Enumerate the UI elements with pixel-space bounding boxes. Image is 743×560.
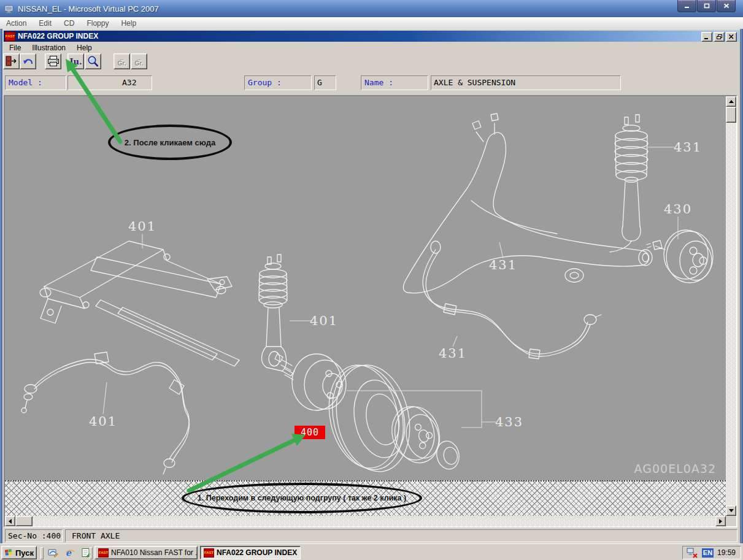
scroll-left-button[interactable] [5,516,15,526]
windows-flag-icon [4,548,13,557]
task-button-nfa010[interactable]: FAST NFA010 Nissan FAST for ... [94,546,198,559]
printer-icon [47,55,60,67]
app-menu-help[interactable]: Help [71,43,98,53]
clock[interactable]: 19:59 [717,548,736,557]
vpc-menu-action[interactable]: Action [0,18,33,29]
part-label-401-subframe[interactable]: 401 [128,219,156,234]
print-button[interactable] [45,53,61,69]
app-menu-file[interactable]: File [4,43,26,53]
app-menu-illustration[interactable]: Illustration [26,43,71,53]
vpc-menubar: Action Edit CD Floppy Help [0,17,743,29]
part-label-433-wheel[interactable]: 433 [495,415,523,429]
exit-door-icon [5,55,18,67]
arrow-down-icon [729,509,734,512]
status-sec-no: Sec-No :400 [5,529,63,542]
group-value-field: G [314,75,336,90]
language-indicator[interactable]: EN [702,548,714,558]
illustration-index-glyph: Iu. [69,57,82,66]
task-button-nfa022-active[interactable]: FAST NFA022 GROUP INDEX [200,546,301,559]
vpc-window-title: NISSAN_EL - Microsoft Virtual PC 2007 [18,4,159,13]
name-value-field: AXLE & SUSPENSION [431,75,621,90]
arrow-right-icon [719,519,722,524]
system-tray: EN 19:59 [682,546,741,559]
suspension-line-art [5,96,726,516]
taskbar-grip[interactable] [90,547,93,559]
start-button[interactable]: Пуск [1,546,37,559]
group-next-icon: →Gr. [135,56,144,66]
part-label-401-stabilizer[interactable]: 401 [89,414,117,429]
vertical-scroll-thumb[interactable] [726,107,736,123]
group-prev-icon: ←Gr. [118,56,126,66]
network-disconnected-icon[interactable] [687,548,698,558]
part-label-431-stabilizer[interactable]: 431 [439,346,467,361]
undo-icon [21,55,35,67]
internet-explorer-icon: e [64,548,75,558]
app-restore-button[interactable] [714,32,725,42]
scroll-down-button[interactable] [726,505,736,516]
vpc-menu-help[interactable]: Help [115,18,142,29]
task-button-label: NFA022 GROUP INDEX [217,548,297,557]
app-window-title: NFA022 GROUP INDEX [18,32,98,40]
scroll-up-button[interactable] [726,96,736,107]
horizontal-scroll-thumb[interactable] [15,516,33,526]
fast-icon: FAST [98,548,109,558]
illustration-plate-code: AG00EL0A32 [634,462,716,475]
model-label: Model : [5,75,66,90]
vpc-titlebar[interactable]: NISSAN_EL - Microsoft Virtual PC 2007 [0,0,743,17]
illustration-index-button[interactable]: Iu. [67,53,84,69]
group-next-button[interactable]: →Gr. [131,53,147,69]
arrow-left-icon [9,519,12,524]
vpc-close-button[interactable] [717,0,736,12]
svg-text:e: e [66,548,72,558]
vpc-app-icon [4,4,14,13]
vpc-maximize-button[interactable] [697,0,716,12]
part-label-401-strut[interactable]: 401 [310,313,338,328]
part-label-431-arm[interactable]: 431 [489,258,517,272]
name-label: Name : [361,75,428,90]
undo-button[interactable] [20,53,36,69]
vm-right-edge [741,29,743,560]
arrow-up-icon [729,100,734,103]
annotation-step1-ellipse: 1. Переходим в следующую подгрупу ( так … [182,483,422,513]
exit-button[interactable] [3,53,20,69]
status-section-name: FRONT AXLE [65,529,737,542]
horizontal-scrollbar[interactable] [5,516,736,526]
taskbar: Пуск e FAST NFA010 Nissan FAST for ... F… [0,543,743,560]
vpc-minimize-button[interactable] [677,0,696,12]
app-titlebar[interactable]: FAST NFA022 GROUP INDEX [4,31,739,42]
vertical-scrollbar[interactable] [726,96,736,516]
task-button-label: NFA010 Nissan FAST for ... [111,548,198,557]
vpc-menu-floppy[interactable]: Floppy [80,18,115,29]
part-label-430-drum[interactable]: 430 [664,202,692,217]
scrollbar-corner [726,516,736,526]
quicklaunch-show-desktop[interactable] [47,547,59,559]
model-value-field: A32 [67,75,152,90]
part-label-400-selected[interactable]: 400 [295,426,325,439]
app-minimize-button[interactable] [701,32,712,42]
group-prev-button[interactable]: ←Gr. [114,53,130,69]
quicklaunch-internet-explorer[interactable]: e [64,547,76,559]
zoom-button[interactable] [85,53,101,69]
vpc-menu-cd[interactable]: CD [58,18,80,29]
scroll-right-button[interactable] [715,516,726,526]
show-desktop-icon [48,548,58,558]
fast-icon: FAST [204,548,214,558]
annotation-step2-text: 2. После кликаем сюда [125,138,215,147]
app-close-button[interactable] [726,32,737,42]
part-label-431-strut[interactable]: 431 [674,140,702,155]
taskbar-grip[interactable] [40,547,44,559]
magnifier-icon [87,55,100,68]
app-menubar: File Illustration Help [4,42,739,53]
start-button-label: Пуск [15,548,34,558]
group-label: Group : [244,75,312,90]
annotation-step2-ellipse: 2. После кликаем сюда [108,125,232,160]
virtual-pc-screen: NISSAN_EL - Microsoft Virtual PC 2007 Ac… [0,0,743,560]
annotation-step1-text: 1. Переходим в следующую подгрупу ( так … [198,494,406,502]
illustration-canvas[interactable]: 401 431 430 401 431 431 401 433 AG00EL0A… [5,96,726,516]
fast-icon: FAST [5,32,15,41]
vpc-menu-edit[interactable]: Edit [33,18,58,29]
